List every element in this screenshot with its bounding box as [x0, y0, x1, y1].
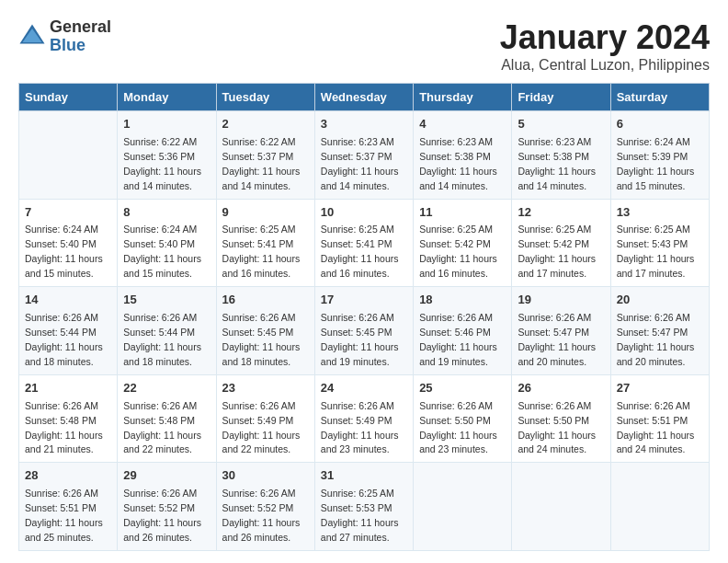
daylight-text: Daylight: 11 hours and 26 minutes. — [222, 517, 301, 543]
daylight-text: Daylight: 11 hours and 15 minutes. — [617, 166, 695, 191]
calendar-cell: 19Sunrise: 6:26 AMSunset: 5:47 PMDayligh… — [512, 287, 610, 375]
day-number: 13 — [617, 204, 703, 222]
day-number: 22 — [123, 380, 210, 397]
daylight-text: Daylight: 11 hours and 23 minutes. — [419, 430, 497, 455]
daylight-text: Daylight: 11 hours and 14 minutes. — [321, 166, 399, 191]
sunset-text: Sunset: 5:52 PM — [123, 502, 195, 513]
daylight-text: Daylight: 11 hours and 18 minutes. — [123, 341, 201, 367]
day-number: 29 — [123, 467, 210, 485]
sunset-text: Sunset: 5:36 PM — [123, 151, 195, 162]
calendar-week-5: 28Sunrise: 6:26 AMSunset: 5:51 PMDayligh… — [19, 463, 710, 551]
day-number: 6 — [617, 116, 703, 133]
header-cell-friday: Friday — [512, 84, 610, 111]
daylight-text: Daylight: 11 hours and 14 minutes. — [419, 166, 497, 191]
daylight-text: Daylight: 11 hours and 26 minutes. — [123, 517, 201, 543]
calendar-cell: 16Sunrise: 6:26 AMSunset: 5:45 PMDayligh… — [216, 287, 314, 375]
day-number: 28 — [25, 467, 111, 485]
logo-blue: Blue — [50, 37, 111, 55]
day-number: 5 — [518, 116, 604, 133]
header-cell-saturday: Saturday — [610, 84, 709, 111]
sunrise-text: Sunrise: 6:26 AM — [321, 312, 394, 323]
calendar-cell: 30Sunrise: 6:26 AMSunset: 5:52 PMDayligh… — [216, 463, 314, 551]
sunrise-text: Sunrise: 6:23 AM — [419, 136, 493, 147]
sunrise-text: Sunrise: 6:25 AM — [321, 488, 394, 499]
sunset-text: Sunset: 5:45 PM — [222, 327, 294, 338]
header-cell-monday: Monday — [118, 84, 216, 111]
sunrise-text: Sunrise: 6:26 AM — [25, 488, 98, 499]
calendar-week-1: 1Sunrise: 6:22 AMSunset: 5:36 PMDaylight… — [19, 111, 710, 200]
calendar-cell: 6Sunrise: 6:24 AMSunset: 5:39 PMDaylight… — [610, 111, 709, 200]
calendar-cell: 7Sunrise: 6:24 AMSunset: 5:40 PMDaylight… — [19, 199, 118, 287]
sunset-text: Sunset: 5:38 PM — [518, 151, 589, 162]
sunrise-text: Sunrise: 6:26 AM — [123, 400, 197, 411]
sunset-text: Sunset: 5:50 PM — [419, 415, 491, 426]
day-number: 9 — [222, 204, 309, 222]
sunrise-text: Sunrise: 6:25 AM — [518, 224, 591, 235]
day-number: 10 — [321, 204, 407, 222]
day-number: 17 — [321, 292, 407, 309]
day-number: 11 — [419, 204, 506, 222]
day-number: 19 — [518, 292, 604, 309]
day-number: 31 — [321, 467, 407, 485]
sunrise-text: Sunrise: 6:26 AM — [518, 400, 591, 411]
sunset-text: Sunset: 5:40 PM — [25, 238, 97, 249]
daylight-text: Daylight: 11 hours and 16 minutes. — [419, 253, 497, 279]
calendar-cell: 9Sunrise: 6:25 AMSunset: 5:41 PMDaylight… — [216, 199, 314, 287]
day-number: 24 — [321, 380, 407, 397]
day-number: 8 — [123, 204, 210, 222]
calendar-header-row: SundayMondayTuesdayWednesdayThursdayFrid… — [19, 84, 710, 111]
calendar-cell: 14Sunrise: 6:26 AMSunset: 5:44 PMDayligh… — [19, 287, 118, 375]
calendar-cell: 25Sunrise: 6:26 AMSunset: 5:50 PMDayligh… — [414, 374, 512, 463]
calendar-week-4: 21Sunrise: 6:26 AMSunset: 5:48 PMDayligh… — [19, 374, 710, 463]
logo: General Blue — [18, 18, 111, 55]
sunset-text: Sunset: 5:46 PM — [419, 327, 491, 338]
subtitle: Alua, Central Luzon, Philippines — [500, 57, 710, 74]
sunrise-text: Sunrise: 6:24 AM — [617, 136, 690, 147]
sunset-text: Sunset: 5:52 PM — [222, 502, 294, 513]
daylight-text: Daylight: 11 hours and 15 minutes. — [25, 253, 103, 279]
sunrise-text: Sunrise: 6:26 AM — [123, 312, 197, 323]
page-header: General Blue January 2024 Alua, Central … — [18, 18, 710, 74]
calendar-cell: 18Sunrise: 6:26 AMSunset: 5:46 PMDayligh… — [414, 287, 512, 375]
title-block: January 2024 Alua, Central Luzon, Philip… — [500, 18, 710, 74]
daylight-text: Daylight: 11 hours and 22 minutes. — [123, 430, 201, 455]
sunset-text: Sunset: 5:48 PM — [25, 415, 97, 426]
day-number: 20 — [617, 292, 703, 309]
header-cell-sunday: Sunday — [19, 84, 118, 111]
day-number: 23 — [222, 380, 309, 397]
sunset-text: Sunset: 5:41 PM — [222, 238, 294, 249]
sunrise-text: Sunrise: 6:26 AM — [222, 312, 296, 323]
sunrise-text: Sunrise: 6:26 AM — [222, 488, 296, 499]
calendar-cell: 26Sunrise: 6:26 AMSunset: 5:50 PMDayligh… — [512, 374, 610, 463]
sunset-text: Sunset: 5:51 PM — [25, 502, 97, 513]
calendar-cell: 31Sunrise: 6:25 AMSunset: 5:53 PMDayligh… — [314, 463, 413, 551]
calendar-cell: 3Sunrise: 6:23 AMSunset: 5:37 PMDaylight… — [314, 111, 413, 200]
calendar-cell: 12Sunrise: 6:25 AMSunset: 5:42 PMDayligh… — [512, 199, 610, 287]
sunset-text: Sunset: 5:40 PM — [123, 238, 195, 249]
daylight-text: Daylight: 11 hours and 15 minutes. — [123, 253, 201, 279]
sunset-text: Sunset: 5:47 PM — [617, 327, 688, 338]
calendar-cell — [414, 463, 512, 551]
sunset-text: Sunset: 5:51 PM — [617, 415, 688, 426]
sunset-text: Sunset: 5:42 PM — [518, 238, 589, 249]
daylight-text: Daylight: 11 hours and 20 minutes. — [617, 341, 695, 367]
day-number: 15 — [123, 292, 210, 309]
sunset-text: Sunset: 5:38 PM — [419, 151, 491, 162]
sunrise-text: Sunrise: 6:25 AM — [419, 224, 493, 235]
sunrise-text: Sunrise: 6:22 AM — [222, 136, 296, 147]
day-number: 1 — [123, 116, 210, 133]
sunrise-text: Sunrise: 6:26 AM — [25, 400, 98, 411]
logo-text: General Blue — [50, 18, 111, 55]
sunrise-text: Sunrise: 6:26 AM — [25, 312, 98, 323]
sunset-text: Sunset: 5:49 PM — [321, 415, 392, 426]
calendar-cell: 29Sunrise: 6:26 AMSunset: 5:52 PMDayligh… — [118, 463, 216, 551]
daylight-text: Daylight: 11 hours and 16 minutes. — [222, 253, 301, 279]
header-cell-tuesday: Tuesday — [216, 84, 314, 111]
sunset-text: Sunset: 5:43 PM — [617, 238, 688, 249]
sunrise-text: Sunrise: 6:24 AM — [25, 224, 98, 235]
day-number: 7 — [25, 204, 111, 222]
sunrise-text: Sunrise: 6:22 AM — [123, 136, 197, 147]
daylight-text: Daylight: 11 hours and 16 minutes. — [321, 253, 399, 279]
day-number: 16 — [222, 292, 309, 309]
calendar-cell — [512, 463, 610, 551]
